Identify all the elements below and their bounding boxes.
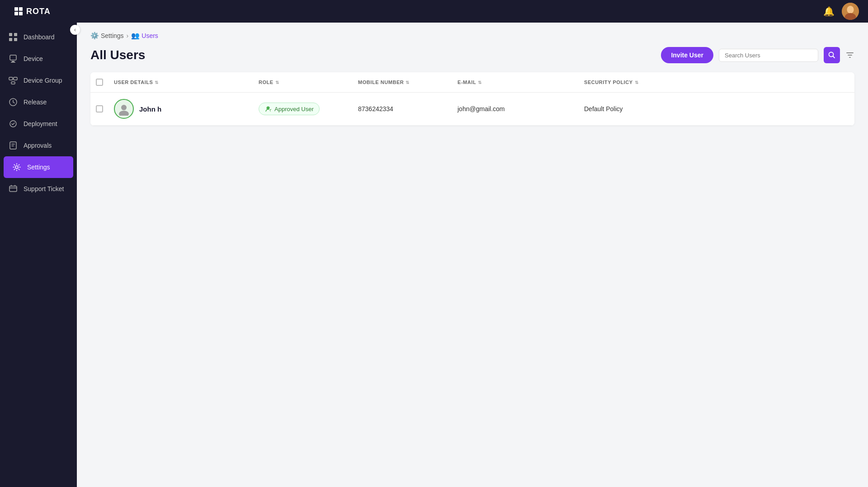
svg-point-16 [15, 166, 18, 169]
row-checkbox-cell [90, 99, 108, 119]
sidebar-item-label: Dashboard [24, 33, 55, 41]
sidebar: Dashboard Device [0, 23, 77, 487]
breadcrumb-separator: › [127, 32, 129, 39]
svg-rect-17 [9, 186, 17, 192]
sidebar-item-label: Settings [27, 164, 50, 171]
column-role: ROLE ⇅ [253, 72, 353, 92]
role-label: Approved User [274, 106, 314, 112]
breadcrumb-users-icon: 👥 [131, 32, 140, 40]
page-title: All Users [90, 48, 145, 62]
row-user-details: John h [108, 93, 253, 125]
breadcrumb-settings-icon: ⚙️ [90, 32, 99, 40]
column-mobile: MOBILE NUMBER ⇅ [353, 72, 452, 92]
svg-rect-5 [9, 38, 12, 41]
svg-rect-10 [9, 77, 13, 80]
invite-user-button[interactable]: Invite User [661, 47, 713, 63]
column-user-details-label: USER DETAILS [114, 80, 153, 85]
column-user-details: USER DETAILS ⇅ [108, 72, 253, 92]
column-role-label: ROLE [259, 80, 274, 85]
user-details-cell: John h [114, 99, 248, 119]
approvals-icon [8, 140, 18, 150]
notification-icon[interactable]: 🔔 [823, 6, 835, 17]
app-name: ROTA [26, 7, 51, 16]
sidebar-item-settings[interactable]: Settings [4, 156, 73, 178]
row-email: john@gmail.com [452, 99, 579, 119]
sidebar-item-deployment[interactable]: Deployment [0, 113, 77, 135]
svg-point-20 [119, 111, 129, 116]
device-icon [8, 54, 18, 64]
sidebar-collapse-button[interactable]: ‹ [70, 25, 80, 35]
dashboard-icon [8, 32, 18, 42]
sidebar-item-device[interactable]: Device [0, 48, 77, 70]
breadcrumb-users-label: Users [142, 32, 158, 39]
sort-role-icon[interactable]: ⇅ [275, 80, 279, 85]
svg-rect-11 [14, 77, 17, 80]
sidebar-item-label: Device [24, 55, 43, 62]
table-row: John h Approved User [90, 93, 854, 126]
breadcrumb-users[interactable]: 👥 Users [131, 32, 158, 40]
topbar: ROTA 🔔 [0, 0, 868, 23]
sidebar-item-support-ticket[interactable]: Support Ticket [0, 178, 77, 200]
user-avatar[interactable] [842, 3, 859, 20]
column-email-label: E-MAIL [458, 80, 476, 85]
sort-user-details-icon[interactable]: ⇅ [155, 80, 159, 85]
sidebar-item-label: Support Ticket [24, 185, 64, 192]
svg-rect-9 [11, 62, 15, 63]
user-name: John h [139, 105, 161, 113]
brand: ROTA [0, 0, 77, 23]
svg-rect-15 [10, 142, 16, 149]
search-submit-button[interactable] [824, 47, 840, 63]
breadcrumb-settings[interactable]: ⚙️ Settings [90, 32, 124, 40]
column-email: E-MAIL ⇅ [452, 72, 579, 92]
row-checkbox[interactable] [96, 105, 103, 112]
topbar-actions: 🔔 [823, 3, 859, 20]
column-mobile-label: MOBILE NUMBER [358, 80, 404, 85]
search-bar [719, 49, 818, 62]
sidebar-item-approvals[interactable]: Approvals [0, 135, 77, 156]
header-actions: Invite User [661, 47, 854, 63]
sidebar-nav: Dashboard Device [0, 23, 77, 487]
sidebar-item-device-group[interactable]: Device Group [0, 70, 77, 91]
select-all-checkbox-cell [90, 72, 108, 92]
breadcrumb-settings-label: Settings [101, 32, 124, 39]
svg-point-19 [121, 105, 127, 110]
sidebar-item-label: Device Group [24, 77, 62, 84]
column-security-label: SECURITY POLICY [584, 80, 633, 85]
page-header: All Users Invite User [90, 47, 854, 63]
sidebar-item-label: Deployment [24, 120, 57, 127]
svg-rect-4 [14, 33, 17, 36]
user-avatar-cell [114, 99, 134, 119]
filter-button[interactable] [845, 51, 854, 60]
device-group-icon [8, 75, 18, 85]
row-security-policy: Default Policy [579, 99, 678, 119]
svg-rect-3 [9, 33, 12, 36]
main-content: ⚙️ Settings › 👥 Users All Users Invite U… [77, 23, 868, 487]
column-security: SECURITY POLICY ⇅ [579, 72, 678, 92]
sidebar-item-dashboard[interactable]: Dashboard [0, 26, 77, 48]
content-wrapper: ⚙️ Settings › 👥 Users All Users Invite U… [77, 23, 868, 487]
row-role: Approved User [253, 96, 353, 122]
breadcrumb: ⚙️ Settings › 👥 Users [90, 32, 854, 40]
svg-point-1 [847, 6, 854, 14]
release-icon [8, 97, 18, 107]
row-mobile: 8736242334 [353, 99, 452, 119]
svg-rect-12 [11, 82, 15, 84]
role-badge: Approved User [259, 103, 320, 115]
support-icon [8, 184, 18, 194]
sidebar-item-release[interactable]: Release [0, 91, 77, 113]
search-input[interactable] [725, 52, 812, 59]
sort-email-icon[interactable]: ⇅ [478, 80, 482, 85]
app-logo: ROTA [7, 0, 58, 24]
sidebar-item-label: Release [24, 98, 47, 106]
approved-user-icon [264, 105, 272, 112]
select-all-checkbox[interactable] [96, 79, 103, 86]
app-layout: Dashboard Device [0, 0, 868, 487]
settings-icon [12, 162, 22, 172]
sort-mobile-icon[interactable]: ⇅ [406, 80, 410, 85]
svg-rect-6 [14, 38, 17, 41]
deployment-icon [8, 119, 18, 129]
sort-security-icon[interactable]: ⇅ [635, 80, 639, 85]
table-header: USER DETAILS ⇅ ROLE ⇅ MOBILE NUMBER ⇅ E-… [90, 72, 854, 93]
users-table: USER DETAILS ⇅ ROLE ⇅ MOBILE NUMBER ⇅ E-… [90, 72, 854, 126]
grid-icon [14, 7, 23, 15]
